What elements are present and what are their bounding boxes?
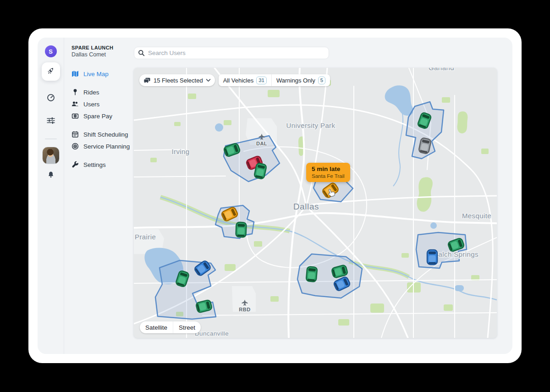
- airport-code: DAL: [256, 141, 267, 146]
- main-area: Garland University Park Irving Dallas Me…: [134, 38, 512, 354]
- app-name: SPARE LAUNCH: [72, 45, 134, 50]
- filter-all-vehicles[interactable]: All Vehicles 31: [219, 74, 271, 86]
- layer-label: Satellite: [145, 324, 167, 331]
- nav-item-label: Service Planning: [83, 143, 130, 150]
- sliders-icon[interactable]: [47, 116, 55, 127]
- vehicle-status-tooltip: 5 min late Santa Fe Trail: [306, 163, 350, 182]
- vehicle-marker-blue[interactable]: [427, 250, 437, 265]
- nav-item-label: Users: [83, 101, 99, 108]
- map-label-duncanville: Duncanville: [195, 330, 229, 337]
- launch-rocket-button[interactable]: [42, 62, 60, 81]
- chevron-down-icon: [206, 79, 210, 82]
- fleet-icon: [143, 77, 150, 83]
- wrench-icon: [72, 161, 79, 168]
- nav-list: Live Map Rides Users: [72, 68, 134, 171]
- map-canvas: Garland University Park Irving Dallas Me…: [134, 68, 497, 338]
- logo-initial: S: [49, 48, 53, 55]
- user-avatar[interactable]: [42, 147, 60, 164]
- base-layer-toggle: Satellite Street: [140, 321, 201, 333]
- dashboard-gauge-icon[interactable]: [47, 94, 55, 104]
- rail-divider: [45, 138, 57, 139]
- creek: [393, 114, 403, 186]
- tooltip-status: 5 min late: [312, 166, 345, 172]
- target-icon: [72, 143, 79, 150]
- nav-item-users[interactable]: Users: [72, 98, 134, 110]
- pin-icon: [72, 88, 79, 96]
- map-label-prairie: Prairie: [135, 233, 156, 241]
- nav-item-service-planning[interactable]: Service Planning: [72, 140, 134, 152]
- calendar-icon: [72, 131, 79, 138]
- layer-option-satellite[interactable]: Satellite: [140, 321, 173, 333]
- layer-label: Street: [179, 324, 195, 331]
- vehicle-filter-segmented: All Vehicles 31 Warnings Only 5: [219, 74, 330, 86]
- nav-item-rides[interactable]: Rides: [72, 86, 134, 98]
- rocket-icon: [46, 66, 55, 77]
- fleet-selector-label: 15 Fleets Selected: [154, 77, 203, 84]
- warnings-count-badge: 5: [318, 77, 325, 84]
- nav-item-label: Live Map: [83, 71, 109, 77]
- search-bar: [134, 47, 329, 59]
- map-label-university-park: University Park: [286, 121, 336, 129]
- nav-item-label: Rides: [83, 89, 99, 96]
- nav-item-label: Spare Pay: [83, 113, 112, 120]
- filter-warnings-only[interactable]: Warnings Only 5: [271, 74, 330, 86]
- all-vehicles-count-badge: 31: [256, 77, 267, 84]
- search-input[interactable]: [148, 50, 325, 56]
- map-label-irving: Irving: [171, 148, 189, 155]
- icon-rail: S: [38, 38, 64, 354]
- vehicle-marker-green[interactable]: [236, 222, 246, 237]
- spare-logo[interactable]: S: [45, 45, 57, 57]
- fleet-selector-dropdown[interactable]: 15 Fleets Selected: [139, 74, 215, 86]
- vehicle-marker-green[interactable]: [306, 266, 318, 282]
- nav-item-spare-pay[interactable]: Spare Pay: [72, 110, 134, 122]
- layer-option-street[interactable]: Street: [173, 321, 201, 333]
- map-icon: [72, 70, 79, 77]
- tooltip-route: Santa Fe Trail: [312, 173, 345, 179]
- nav-item-shift-scheduling[interactable]: Shift Scheduling: [72, 128, 134, 140]
- map-label-balch-springs: Balch Springs: [434, 250, 478, 258]
- map-label-garland: Garland: [429, 68, 454, 72]
- map-label-mesquite: Mesquite: [462, 212, 491, 220]
- users-icon: [72, 100, 79, 108]
- map-label-dallas: Dallas: [293, 202, 319, 211]
- app-content: S SPARE LAUN: [38, 38, 512, 354]
- nav-item-live-map[interactable]: Live Map: [72, 68, 134, 80]
- nav-item-label: Settings: [83, 161, 106, 168]
- nav-item-label: Shift Scheduling: [83, 131, 128, 138]
- search-icon: [138, 50, 145, 56]
- airport-code: RBD: [239, 307, 250, 312]
- app-window: S SPARE LAUN: [28, 28, 522, 363]
- money-icon: [72, 112, 79, 120]
- org-name: Dallas Comet: [72, 51, 134, 58]
- live-map[interactable]: Garland University Park Irving Dallas Me…: [134, 68, 497, 338]
- nav-item-settings[interactable]: Settings: [72, 159, 134, 171]
- filter-label: All Vehicles: [223, 77, 253, 84]
- desktop-background: S SPARE LAUN: [0, 0, 550, 392]
- filter-label: Warnings Only: [276, 77, 315, 84]
- map-controls: 15 Fleets Selected All Vehicles 31 Warni…: [139, 74, 330, 86]
- nav-column: SPARE LAUNCH Dallas Comet Live Map: [64, 38, 134, 354]
- notifications-bell-icon[interactable]: [47, 171, 55, 180]
